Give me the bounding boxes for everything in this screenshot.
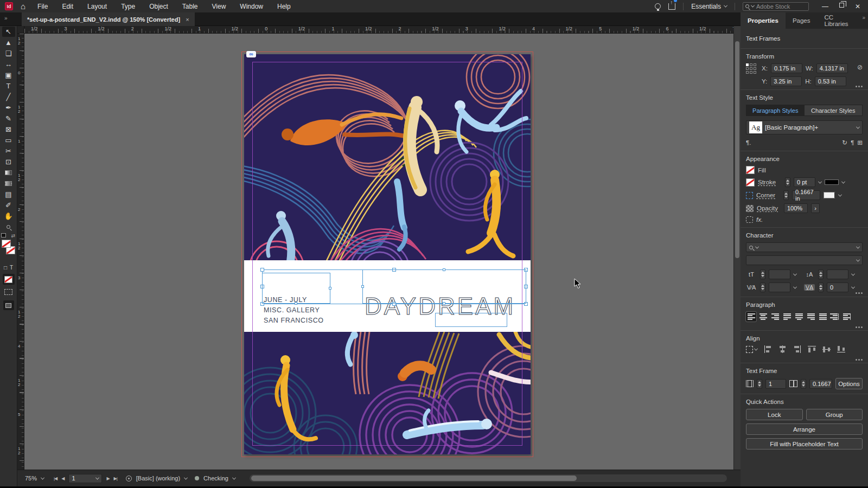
rectangle-frame-tool[interactable]: ⊠ — [2, 124, 15, 134]
justify-right-button[interactable] — [806, 312, 816, 322]
constrain-proportions-icon[interactable]: ⊘ — [857, 63, 863, 86]
align-left-button[interactable] — [764, 345, 772, 353]
document-canvas[interactable]: JUNE - JULY MISC. GALLERY SAN FRANCISCO … — [24, 34, 733, 470]
character-more-options-icon[interactable] — [856, 292, 863, 294]
transform-more-options-icon[interactable] — [856, 86, 863, 87]
menu-object[interactable]: Object — [149, 3, 168, 10]
paragraph-mark-icon[interactable]: ¶. — [746, 139, 751, 146]
corner-link[interactable]: Corner — [756, 192, 780, 198]
panel-tab-cc-libraries[interactable]: CC Libraries — [818, 12, 863, 29]
paragraph-more-options-icon[interactable] — [856, 326, 863, 328]
height-field[interactable]: 0.53 in — [815, 76, 846, 86]
page-tool[interactable]: ❏ — [2, 48, 15, 59]
corner-radius-stepper[interactable] — [783, 190, 789, 200]
preflight-status[interactable]: Checking — [203, 475, 228, 481]
chevron-down-icon[interactable] — [838, 192, 842, 196]
reference-point-proxy[interactable] — [746, 63, 756, 86]
gutter-stepper[interactable] — [801, 379, 806, 389]
paragraph-styles-tab[interactable]: Paragraph Styles — [746, 105, 805, 115]
align-right-button[interactable] — [770, 312, 780, 322]
close-button[interactable]: ✕ — [855, 3, 860, 10]
justify-center-button[interactable] — [794, 312, 804, 322]
font-size-field[interactable] — [769, 269, 790, 279]
page-number-field[interactable]: 1 — [68, 474, 102, 483]
panel-tab-properties[interactable]: Properties — [741, 12, 786, 29]
font-size-stepper[interactable] — [760, 269, 765, 279]
fill-swatch[interactable] — [2, 240, 11, 248]
apply-style-icon[interactable] — [4, 289, 12, 295]
chevron-down-icon[interactable] — [793, 285, 797, 288]
columns-field[interactable]: 1 — [765, 379, 786, 389]
lock-button[interactable]: Lock — [746, 409, 803, 420]
first-page-button[interactable]: |◀ — [54, 476, 57, 481]
gradient-feather-tool[interactable] — [2, 178, 15, 189]
new-style-icon[interactable]: ⊞ — [857, 139, 863, 146]
fill-with-placeholder-text-button[interactable]: Fill with Placeholder Text — [746, 438, 863, 450]
redefine-style-icon[interactable]: ↻ — [843, 139, 848, 146]
menu-file[interactable]: File — [37, 3, 48, 10]
previous-page-button[interactable]: ◀ — [61, 476, 64, 481]
leading-stepper[interactable] — [818, 269, 824, 279]
gap-tool[interactable]: ↔ — [2, 59, 15, 69]
ruler-origin-box[interactable] — [17, 26, 24, 34]
color-theme-tool[interactable]: ✐ — [2, 200, 15, 210]
document-tab[interactable]: *set-up-a-postcard_END_V2.indd @ 150% [C… — [22, 12, 195, 26]
opacity-link[interactable]: Opacity — [757, 205, 781, 211]
width-field[interactable]: 4.1317 in — [816, 63, 848, 73]
y-position-field[interactable]: 3.25 in — [770, 76, 802, 86]
align-right-button[interactable] — [793, 345, 801, 353]
scissors-tool[interactable]: ✂ — [2, 146, 15, 156]
vertical-scrollbar-thumb[interactable] — [735, 41, 739, 258]
opacity-field[interactable]: 100% — [784, 203, 808, 213]
chevron-down-icon[interactable] — [841, 179, 845, 183]
kerning-field[interactable] — [769, 282, 790, 292]
kerning-stepper[interactable] — [760, 282, 765, 292]
default-fill-stroke-icon[interactable] — [1, 233, 6, 237]
learn-lightbulb-icon[interactable] — [655, 3, 661, 9]
summer-art-show-text-frame[interactable] — [435, 313, 507, 327]
align-top-button[interactable] — [808, 345, 816, 353]
formatting-affects-container-icon[interactable]: □ — [4, 265, 7, 271]
gutter-field[interactable]: 0.1667 — [809, 379, 832, 389]
horizontal-scrollbar[interactable] — [250, 474, 727, 482]
vertical-ruler[interactable]: 1 201 211 221 231 241 251 26 — [17, 34, 24, 470]
align-center-horizontal-button[interactable] — [778, 345, 787, 353]
chevron-down-icon[interactable] — [793, 272, 797, 275]
menu-layout[interactable]: Layout — [87, 3, 107, 10]
status-dropdown-icon[interactable] — [232, 476, 236, 479]
menu-window[interactable]: Window — [240, 3, 263, 10]
panel-collapse-icon[interactable]: » — [862, 12, 868, 29]
font-family-dropdown[interactable] — [746, 242, 863, 252]
hand-tool[interactable]: ✋ — [2, 211, 15, 221]
menu-view[interactable]: View — [212, 3, 226, 10]
character-styles-tab[interactable]: Character Styles — [805, 105, 863, 115]
stroke-style-swatch[interactable] — [825, 179, 839, 185]
preflight-dropdown-icon[interactable] — [184, 476, 188, 479]
share-icon[interactable] — [668, 3, 675, 10]
postcard-page[interactable]: JUNE - JULY MISC. GALLERY SAN FRANCISCO … — [244, 54, 531, 454]
restore-button[interactable] — [839, 3, 844, 8]
daydream-text-frame[interactable] — [362, 269, 526, 304]
panel-collapse-icon[interactable]: » — [4, 15, 7, 21]
justify-all-button[interactable] — [818, 312, 828, 322]
line-tool[interactable]: ╱ — [2, 92, 15, 102]
content-collector-tool[interactable]: ▣ — [2, 70, 15, 80]
horizontal-scrollbar-thumb[interactable] — [251, 476, 577, 481]
stroke-link[interactable]: Stroke — [758, 179, 782, 185]
align-bottom-button[interactable] — [837, 345, 845, 353]
selection-tool[interactable]: ↖ — [2, 27, 15, 37]
columns-stepper[interactable] — [757, 379, 762, 389]
next-page-button[interactable]: ▶ — [106, 476, 109, 481]
free-transform-tool[interactable]: ⊡ — [2, 157, 15, 167]
tracking-stepper[interactable] — [818, 282, 824, 292]
type-tool[interactable]: T — [2, 81, 15, 91]
chevron-down-icon[interactable] — [851, 272, 855, 275]
align-toward-spine-button[interactable] — [829, 312, 840, 322]
adobe-stock-search-input[interactable]: Adobe Stock — [743, 2, 809, 11]
menu-type[interactable]: Type — [121, 3, 135, 10]
object-effects-icon[interactable] — [746, 216, 753, 223]
chevron-down-icon[interactable] — [851, 285, 855, 288]
align-away-from-spine-button[interactable] — [841, 312, 852, 322]
rectangle-tool[interactable]: ▭ — [2, 135, 15, 145]
chevron-down-icon[interactable] — [818, 179, 822, 183]
